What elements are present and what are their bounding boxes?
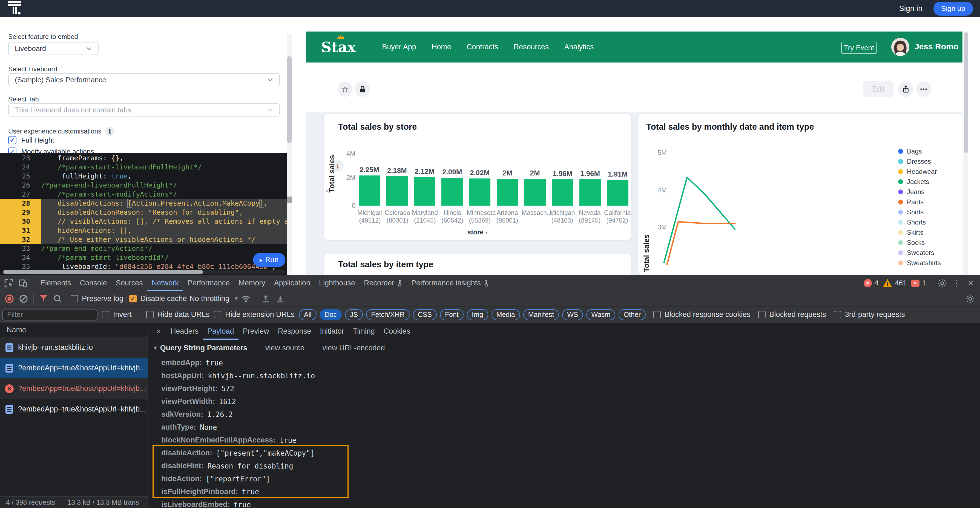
code-line-32[interactable]: 32 /* Use either visibleActions or hidde… [0, 235, 287, 244]
thoughtspot-logo-icon[interactable] [7, 0, 22, 17]
request-row-2[interactable]: ?embedApp=true&hostAppUrl=khivjb... [0, 358, 148, 378]
pill-manifest[interactable]: Manifest [523, 309, 559, 320]
more-menu-button[interactable]: ••• [916, 81, 932, 97]
bar-colorado[interactable]: 2.18M [387, 152, 408, 206]
nav-home[interactable]: Home [431, 43, 451, 51]
param-viewPortWidth[interactable]: viewPortWidth:1612 [148, 395, 980, 408]
bar-maryland[interactable]: 2.12M [414, 152, 435, 206]
request-row-1[interactable]: khivjb--run.stackblitz.io [0, 337, 148, 358]
devtools-tab-elements[interactable]: Elements [36, 275, 76, 291]
pill-media[interactable]: Media [492, 309, 520, 320]
pill-wasm[interactable]: Wasm [586, 309, 615, 320]
devtools-tab-performance-insights[interactable]: Performance insights [407, 275, 493, 291]
bar-minnesota[interactable]: 2.02M [469, 152, 490, 206]
avatar[interactable] [891, 38, 909, 56]
disable-cache-checkbox[interactable]: ✓Disable cache [129, 294, 187, 303]
legend-bags[interactable]: Bags [898, 146, 941, 156]
filter-input[interactable] [2, 309, 97, 321]
payload-tab-response[interactable]: Response [274, 323, 316, 340]
nav-buyer-app[interactable]: Buyer App [382, 43, 416, 51]
network-conditions-icon[interactable] [239, 293, 253, 305]
code-line-23[interactable]: 23 frameParams: {}, [0, 153, 287, 163]
param-hostAppUrl[interactable]: hostAppUrl:khivjb--run.stackblitz.io [148, 369, 980, 382]
bar-illinois[interactable]: 2.09M [441, 152, 463, 206]
code-line-30[interactable]: 30 // visibleActions: [], /* Removes all… [0, 217, 287, 226]
devtools-tab-application[interactable]: Application [270, 275, 315, 291]
bar-nevada[interactable]: 1.96M [579, 152, 601, 206]
checkbox-3rd-party-requests[interactable]: 3rd-party requests [834, 310, 905, 319]
nav-resources[interactable]: Resources [514, 43, 549, 51]
left-panel-scrollbar[interactable] [287, 34, 292, 292]
nav-contracts[interactable]: Contracts [466, 43, 498, 51]
export-har-icon[interactable] [273, 293, 287, 305]
lock-button[interactable] [355, 81, 370, 97]
pill-font[interactable]: Font [440, 309, 464, 320]
favorite-star-button[interactable]: ☆ [337, 81, 353, 97]
pill-ws[interactable]: WS [562, 309, 583, 320]
throttling-select[interactable]: No throttling ▼ [189, 294, 239, 303]
import-har-icon[interactable] [259, 293, 273, 305]
editor-horizontal-scrollbar[interactable] [2, 270, 285, 274]
request-row-4[interactable]: ?embedApp=true&hostAppUrl=khivjb... [0, 399, 148, 419]
request-row-3[interactable]: ×?embedApp=true&hostAppUrl=khivjb... [0, 378, 148, 399]
code-line-26[interactable]: 26/*param-end-liveboardFullHeight*/ [0, 181, 287, 190]
param-hideAction[interactable]: hideAction:["reportError"] [148, 472, 980, 485]
warning-count-badge[interactable]: !461 [883, 279, 907, 287]
param-viewPortHeight[interactable]: viewPortHeight:572 [148, 382, 980, 395]
devtools-tab-lighthouse[interactable]: Lighthouse [315, 275, 360, 291]
code-line-28[interactable]: 28 disabledActions: [Action.Present,Acti… [0, 199, 287, 208]
feature-select[interactable]: Liveboard [8, 42, 99, 55]
legend-jackets[interactable]: Jackets [898, 177, 941, 187]
devtools-tab-memory[interactable]: Memory [234, 275, 270, 291]
legend-socks[interactable]: Socks [898, 237, 941, 248]
code-line-24[interactable]: 24 /*param-start-liveboardFullHeight*/ [0, 163, 287, 172]
hide-data-urls-checkbox[interactable]: Hide data URLs [146, 310, 210, 319]
checkbox-blocked-requests[interactable]: Blocked requests [758, 310, 826, 319]
bar-massach[interactable]: 2M [524, 152, 546, 206]
tab-select[interactable]: This Liveboard does not contain tabs [8, 103, 280, 117]
devtools-tab-performance[interactable]: Performance [183, 275, 234, 291]
devtools-tab-recorder[interactable]: Recorder [360, 275, 407, 291]
code-line-25[interactable]: 25 fullHeight: true, [0, 172, 287, 181]
series-pants[interactable] [667, 222, 735, 264]
hide-extension-urls-checkbox[interactable]: Hide extension URLs [214, 310, 294, 319]
clear-network-log-icon[interactable] [16, 293, 31, 305]
code-editor[interactable]: 23 frameParams: {},24 /*param-start-live… [0, 153, 287, 275]
legend-pants[interactable]: Pants [898, 197, 941, 207]
payload-tab-initiator[interactable]: Initiator [315, 323, 348, 340]
request-list-header[interactable]: Name [0, 323, 148, 337]
pill-js[interactable]: JS [345, 309, 363, 320]
sign-up-button[interactable]: Sign up [934, 2, 973, 16]
error-count-badge[interactable]: ×4 [864, 279, 878, 287]
invert-checkbox[interactable]: Invert [102, 310, 132, 319]
param-embedApp[interactable]: embedApp:true [148, 356, 980, 369]
code-line-33[interactable]: 33/*param-end-modifyActions*/ [0, 244, 287, 253]
payload-tab-cookies[interactable]: Cookies [379, 323, 415, 340]
try-event-button[interactable]: Try Event [842, 42, 877, 54]
bar-arizona[interactable]: 2M [497, 152, 518, 206]
run-button[interactable]: ▶ Run [253, 253, 285, 267]
settings-gear-icon[interactable] [935, 277, 949, 289]
inspect-element-icon[interactable] [2, 277, 16, 289]
close-detail-icon[interactable]: × [151, 326, 166, 336]
pill-img[interactable]: Img [467, 309, 488, 320]
param-blockNonEmbedFullAppAccess[interactable]: blockNonEmbedFullAppAccess:true [148, 434, 980, 447]
payload-tab-payload[interactable]: Payload [203, 323, 239, 340]
series-jackets[interactable] [664, 177, 735, 263]
payload-tab-headers[interactable]: Headers [166, 323, 203, 340]
filter-icon[interactable] [37, 293, 51, 305]
issues-count-badge[interactable]: ×1 [911, 279, 926, 287]
code-line-31[interactable]: 31 hiddenActions: [], [0, 226, 287, 235]
devtools-tab-sources[interactable]: Sources [111, 275, 147, 291]
pill-doc[interactable]: Doc [320, 309, 342, 320]
kebab-menu-icon[interactable]: ⋮ [949, 277, 964, 289]
legend-shorts[interactable]: Shorts [898, 217, 941, 227]
preview-scrollbar[interactable] [964, 32, 968, 275]
legend-headwear[interactable]: Headwear [898, 166, 941, 177]
param-sdkVersion[interactable]: sdkVersion:1.26.2 [148, 408, 980, 421]
preserve-log-checkbox[interactable]: Preserve log [71, 294, 124, 303]
pill-other[interactable]: Other [619, 309, 646, 320]
code-line-29[interactable]: 29 disabledActionReason: "Reason for dis… [0, 208, 287, 217]
payload-tab-timing[interactable]: Timing [348, 323, 379, 340]
legend-dresses[interactable]: Dresses [898, 156, 941, 166]
